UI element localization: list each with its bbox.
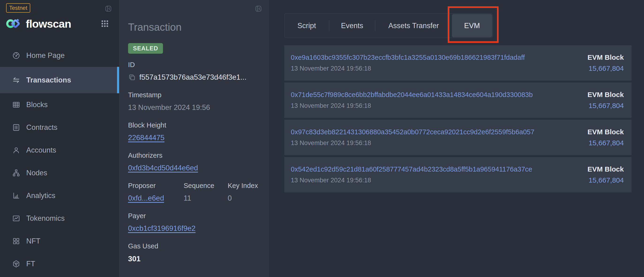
evm-tx-hash-link[interactable]: 0xe9a1603bc9355fc307b23eccfb3bfc1a3255a0… xyxy=(291,53,525,62)
sidebar-item-label: Contracts xyxy=(26,123,58,132)
key-index-label: Key Index xyxy=(228,182,258,190)
timestamp-value: 13 November 2024 19:56 xyxy=(128,103,260,112)
line-chart-icon xyxy=(12,214,20,222)
page-title: Transaction xyxy=(128,21,260,33)
main-content: Script Events Assets Transfer EVM 0xe9a1… xyxy=(269,0,644,277)
timestamp-label: Timestamp xyxy=(128,91,260,99)
brand-name[interactable]: flowscan xyxy=(26,17,71,30)
transaction-id-value: f557a1573b76aa53e73d46f3e1... xyxy=(139,73,246,82)
field-payer: Payer 0xcb1cf3196916f9e2 xyxy=(128,212,260,233)
sidebar-item-transactions[interactable]: Transactions xyxy=(0,67,119,93)
authorizer-link[interactable]: 0xfd3b4cd50d44e6ed xyxy=(128,164,198,172)
sidebar-item-ft[interactable]: FT xyxy=(0,252,119,275)
sidebar: Testnet xyxy=(0,0,119,277)
id-label: ID xyxy=(128,61,260,69)
field-id: ID f557a1573b76aa53e73d46f3e1... xyxy=(128,61,260,82)
field-proposer-group: Proposer Sequence Key Index 0xfd...e6ed … xyxy=(128,182,260,203)
evm-tx-timestamp: 13 November 2024 19:56:18 xyxy=(291,65,525,72)
evm-transaction-row: 0x71de55c7f989c8ce6bb2bffabdbe2044ee6a01… xyxy=(284,82,632,118)
tab-evm[interactable]: EVM xyxy=(452,14,492,37)
sidebar-item-label: Home Page xyxy=(26,51,65,60)
sidebar-item-label: FT xyxy=(26,260,35,268)
sidebar-item-nodes[interactable]: Nodes xyxy=(0,161,119,184)
network-badge: Testnet xyxy=(6,3,30,13)
tab-events[interactable]: Events xyxy=(329,13,375,38)
sidebar-item-blocks[interactable]: Blocks xyxy=(0,93,119,116)
four-squares-icon xyxy=(12,237,20,245)
evm-block-label: EVM Block xyxy=(588,90,624,99)
cube-icon xyxy=(12,260,20,268)
gauge-icon xyxy=(12,51,20,59)
evm-transaction-list: 0xe9a1603bc9355fc307b23eccfb3bfc1a3255a0… xyxy=(284,45,632,192)
proposer-label: Proposer xyxy=(128,182,184,190)
sidebar-item-label: Nodes xyxy=(26,169,47,177)
sidebar-nav: Home Page Transactions Blocks xyxy=(0,44,119,275)
payer-label: Payer xyxy=(128,212,260,220)
gas-used-label: Gas Used xyxy=(128,242,260,250)
sidebar-item-analytics[interactable]: Analytics xyxy=(0,184,119,207)
evm-tx-timestamp: 13 November 2024 19:56:18 xyxy=(291,139,534,147)
evm-tx-timestamp: 13 November 2024 19:56:18 xyxy=(291,102,533,109)
sequence-label: Sequence xyxy=(184,182,228,190)
flowscan-app: Testnet xyxy=(0,0,644,277)
person-icon xyxy=(12,146,20,154)
sidebar-item-accounts[interactable]: Accounts xyxy=(0,139,119,161)
sidebar-item-label: NFT xyxy=(26,237,40,245)
evm-block-number-link[interactable]: 15,667,804 xyxy=(588,176,624,184)
block-height-label: Block Height xyxy=(128,121,260,129)
sidebar-item-label: Accounts xyxy=(26,146,56,154)
tab-script[interactable]: Script xyxy=(284,13,329,38)
tab-assets-transfer[interactable]: Assets Transfer xyxy=(375,13,452,38)
evm-tx-hash-link[interactable]: 0x71de55c7f989c8ce6bb2bffabdbe2044ee6a01… xyxy=(291,90,533,99)
apps-grid-icon[interactable] xyxy=(101,20,108,27)
evm-block-label: EVM Block xyxy=(588,53,624,62)
evm-block-label: EVM Block xyxy=(588,128,624,136)
contract-list-icon xyxy=(12,123,20,131)
sidebar-item-label: Analytics xyxy=(26,192,55,200)
evm-transaction-row: 0xe9a1603bc9355fc307b23eccfb3bfc1a3255a0… xyxy=(284,45,632,81)
sidebar-item-home[interactable]: Home Page xyxy=(0,44,119,67)
sidebar-collapse-icon[interactable] xyxy=(105,5,112,13)
gas-used-value: 301 xyxy=(128,255,260,263)
copy-icon[interactable] xyxy=(128,73,136,81)
evm-tx-hash-link[interactable]: 0x542ed1c92d59c21d81a60f258777457ad4b232… xyxy=(291,165,532,173)
sidebar-item-tokenomics[interactable]: Tokenomics xyxy=(0,207,119,230)
evm-block-label: EVM Block xyxy=(588,165,624,173)
sidebar-item-label: Transactions xyxy=(26,76,71,84)
proposer-link[interactable]: 0xfd...e6ed xyxy=(128,194,164,202)
field-block-height: Block Height 226844475 xyxy=(128,121,260,142)
field-gas-used: Gas Used 301 xyxy=(128,242,260,263)
payer-link[interactable]: 0xcb1cf3196916f9e2 xyxy=(128,224,196,233)
transfer-arrows-icon xyxy=(12,76,20,84)
evm-block-number-link[interactable]: 15,667,804 xyxy=(588,65,624,72)
sidebar-item-contracts[interactable]: Contracts xyxy=(0,116,119,139)
hierarchy-icon xyxy=(12,169,20,177)
bar-chart-icon xyxy=(12,192,20,200)
transaction-panel: Transaction SEALED ID f557a1573b76aa53e7… xyxy=(119,0,269,277)
field-authorizers: Authorizers 0xfd3b4cd50d44e6ed xyxy=(128,151,260,172)
evm-transaction-row: 0x97c83d3eb8221431306880a35452a0b0772cec… xyxy=(284,120,632,155)
evm-block-number-link[interactable]: 15,667,804 xyxy=(588,139,624,147)
evm-transaction-row: 0x542ed1c92d59c21d81a60f258777457ad4b232… xyxy=(284,157,632,192)
panel-collapse-icon[interactable] xyxy=(255,5,262,13)
status-badge: SEALED xyxy=(128,43,163,54)
field-timestamp: Timestamp 13 November 2024 19:56 xyxy=(128,91,260,112)
block-height-link[interactable]: 226844475 xyxy=(128,134,164,142)
tab-bar: Script Events Assets Transfer EVM xyxy=(284,13,493,38)
evm-tx-timestamp: 13 November 2024 19:56:18 xyxy=(291,176,532,184)
sequence-value: 11 xyxy=(184,194,228,203)
evm-block-number-link[interactable]: 15,667,804 xyxy=(588,102,624,109)
authorizers-label: Authorizers xyxy=(128,151,260,159)
evm-tx-hash-link[interactable]: 0x97c83d3eb8221431306880a35452a0b0772cec… xyxy=(291,128,534,136)
sidebar-item-nft[interactable]: NFT xyxy=(0,230,119,252)
table-grid-icon xyxy=(12,101,20,109)
flowscan-logo-icon[interactable] xyxy=(6,18,22,29)
sidebar-item-label: Tokenomics xyxy=(26,214,65,223)
sidebar-item-label: Blocks xyxy=(26,101,48,109)
key-index-value: 0 xyxy=(228,194,232,203)
